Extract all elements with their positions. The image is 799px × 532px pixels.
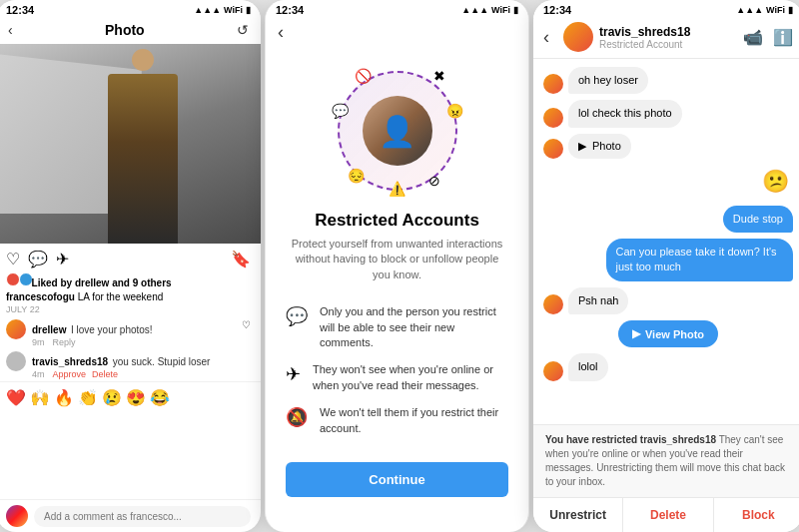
restrict-panel: 12:34 ▲▲▲ WiFi ▮ ‹ 🚫 ✖ 💬 😠 😔 ⊘ ⚠️ Restri… xyxy=(265,0,529,532)
unrestrict-button[interactable]: Unrestrict xyxy=(533,498,622,532)
msg-avatar-8 xyxy=(543,361,563,381)
reaction-fire[interactable]: 🔥 xyxy=(54,388,74,407)
comment-input[interactable] xyxy=(34,506,251,527)
share-icon[interactable]: ✈ xyxy=(56,250,69,268)
restrict-feature-2: ✈ They won't see when you're online or w… xyxy=(266,356,528,399)
feature-1-text: Only you and the person you restrict wil… xyxy=(320,304,508,350)
msg-bubble-1: oh hey loser xyxy=(568,67,648,94)
restrict-title: Restricted Accounts xyxy=(266,201,528,237)
reaction-bar: ❤️ 🙌 🔥 👏 😢 😍 😂 xyxy=(0,381,261,413)
dm-subtitle: Restricted Account xyxy=(599,39,737,50)
photo-title: Photo xyxy=(105,22,145,38)
status-bar-3: 12:34 ▲▲▲ WiFi ▮ xyxy=(533,0,799,18)
commenter-avatar-1 xyxy=(6,319,26,339)
restrict-header: ‹ xyxy=(266,18,528,51)
reaction-hands[interactable]: 🙌 xyxy=(30,388,50,407)
msg-photo-bubble[interactable]: ▶ Photo xyxy=(568,134,631,159)
restrict-actions-bar: Unrestrict Delete Block xyxy=(533,497,799,532)
status-bar-1: 12:34 ▲▲▲ WiFi ▮ xyxy=(0,0,261,18)
restrict-icon-chat: 💬 xyxy=(332,103,349,119)
msg-avatar-7 xyxy=(543,294,563,314)
wifi-icon-3: WiFi xyxy=(766,5,785,15)
dm-header-icons: 📹 ℹ️ xyxy=(743,28,793,47)
signal-icon-3: ▲▲▲ xyxy=(736,5,763,15)
my-avatar xyxy=(6,505,28,527)
comment-input-row xyxy=(0,499,261,532)
comment-meta-2: 4m Approve Delete xyxy=(32,369,251,379)
video-call-icon[interactable]: 📹 xyxy=(743,28,763,47)
commenter-avatar-2 xyxy=(6,351,26,371)
back-btn-2[interactable]: ‹ xyxy=(278,22,284,43)
msg-avatar-1 xyxy=(543,74,563,94)
wifi-icon: WiFi xyxy=(224,5,243,15)
comment-text-1: I love your photos! xyxy=(71,324,153,335)
restrict-desc: Protect yourself from unwanted interacti… xyxy=(266,237,528,298)
photo-header: ‹ Photo ↺ xyxy=(0,18,261,44)
messages-area: oh hey loser lol check this photo ▶ Phot… xyxy=(533,59,799,424)
restrict-icon-no-entry: 🚫 xyxy=(355,68,372,84)
like-icon[interactable]: ♡ xyxy=(6,250,20,268)
info-icon[interactable]: ℹ️ xyxy=(773,28,793,47)
restrict-notice-title: You have restricted travis_shreds18 xyxy=(545,434,716,445)
battery-icon-2: ▮ xyxy=(513,5,518,15)
msg-row-8: lolol xyxy=(543,353,793,380)
back-btn-3[interactable]: ‹ xyxy=(543,27,549,48)
comment-reply-1[interactable]: Reply xyxy=(53,337,76,347)
restrict-icon-no: ⊘ xyxy=(428,173,440,189)
comment-text-2: you suck. Stupid loser xyxy=(113,356,211,367)
reaction-heart[interactable]: ❤️ xyxy=(6,388,26,407)
msg-bubble-6: Can you please take it down? It's just t… xyxy=(606,239,794,281)
comment-heart-1[interactable]: ♡ xyxy=(242,319,251,330)
feature-send-icon: ✈ xyxy=(286,363,301,385)
post-caption: francescofogu LA for the weekend xyxy=(0,291,261,304)
block-button[interactable]: Block xyxy=(713,498,799,532)
comment-body-1: drellew I love your photos! 9m Reply xyxy=(32,319,236,347)
delete-button[interactable]: Delete xyxy=(92,369,118,379)
view-photo-button[interactable]: ▶ View Photo xyxy=(618,320,718,347)
signal-icon-2: ▲▲▲ xyxy=(461,5,488,15)
restrict-feature-3: 🔕 We won't tell them if you restrict the… xyxy=(266,399,528,442)
restrict-feature-1: 💬 Only you and the person you restrict w… xyxy=(266,298,528,356)
restrict-icon-warning: ⚠️ xyxy=(389,181,405,197)
msg-row-3: ▶ Photo xyxy=(543,134,793,159)
feature-2-text: They won't see when you're online or whe… xyxy=(313,362,508,393)
comment-icon[interactable]: 💬 xyxy=(28,250,48,268)
post-likes: Liked by drellew and 9 others xyxy=(0,272,261,291)
comment-body-2: travis_shreds18 you suck. Stupid loser 4… xyxy=(32,351,251,379)
restrict-icon-x: ✖ xyxy=(433,68,445,84)
dm-panel: 12:34 ▲▲▲ WiFi ▮ ‹ travis_shreds18 Restr… xyxy=(533,0,799,532)
msg-row-4: 😕 xyxy=(543,165,793,200)
photo-panel: 12:34 ▲▲▲ WiFi ▮ ‹ Photo ↺ ♡ 💬 ✈ 🔖 Liked xyxy=(0,0,261,532)
dm-user-avatar xyxy=(563,22,593,52)
refresh-icon[interactable]: ↺ xyxy=(237,22,249,38)
restrict-circle: 🚫 ✖ 💬 😠 😔 ⊘ ⚠️ xyxy=(338,71,457,191)
approve-button[interactable]: Approve xyxy=(53,369,87,379)
reaction-sad[interactable]: 😢 xyxy=(102,388,122,407)
comment-username-2: travis_shreds18 xyxy=(32,356,108,367)
battery-icon: ▮ xyxy=(246,5,251,15)
restrict-icon-angry: 😠 xyxy=(446,103,463,119)
view-photo-label: View Photo xyxy=(645,328,704,340)
reaction-love[interactable]: 😍 xyxy=(126,388,146,407)
bookmark-icon[interactable]: 🔖 xyxy=(231,250,251,268)
photo-label: Photo xyxy=(592,140,621,152)
caption-username: francescofogu xyxy=(6,291,75,302)
restrict-icon-sad: 😔 xyxy=(348,168,365,184)
status-icons-1: ▲▲▲ WiFi ▮ xyxy=(194,5,251,15)
reaction-laugh[interactable]: 😂 xyxy=(150,388,170,407)
comment-2: travis_shreds18 you suck. Stupid loser 4… xyxy=(0,349,261,381)
reaction-clap[interactable]: 👏 xyxy=(78,388,98,407)
msg-row-6: Can you please take it down? It's just t… xyxy=(543,239,793,281)
wifi-icon-2: WiFi xyxy=(491,5,510,15)
back-icon[interactable]: ‹ xyxy=(8,22,13,38)
status-icons-3: ▲▲▲ WiFi ▮ xyxy=(736,5,793,15)
comment-meta-1: 9m Reply xyxy=(32,337,236,347)
dm-header: ‹ travis_shreds18 Restricted Account 📹 ℹ… xyxy=(533,18,799,59)
msg-bubble-8: lolol xyxy=(568,353,608,380)
msg-bubble-5: Dude stop xyxy=(723,206,793,233)
msg-bubble-7: Psh nah xyxy=(568,287,628,314)
delete-button[interactable]: Delete xyxy=(622,498,712,532)
time-2: 12:34 xyxy=(276,4,304,16)
continue-button[interactable]: Continue xyxy=(286,462,508,497)
status-icons-2: ▲▲▲ WiFi ▮ xyxy=(461,5,518,15)
